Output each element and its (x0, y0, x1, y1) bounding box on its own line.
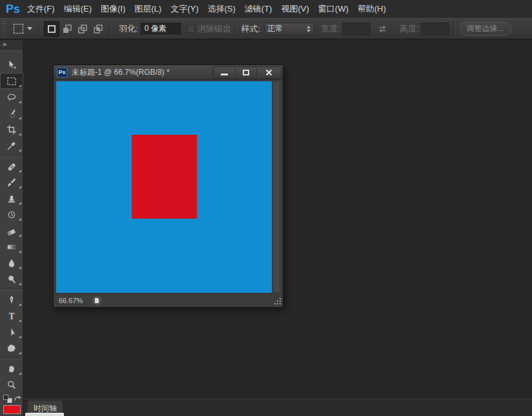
spot-healing-brush-tool-button[interactable] (0, 158, 23, 174)
pen-tool-button[interactable] (0, 292, 23, 308)
document-title: 未标题-1 @ 66.7%(RGB/8) * (72, 67, 170, 78)
timeline-panel: 时间轴 (24, 399, 532, 416)
menu-edit[interactable]: 编辑(E) (61, 0, 95, 18)
path-selection-tool-button[interactable] (0, 324, 23, 340)
flyout-indicator (19, 170, 21, 172)
style-label: 样式: (241, 23, 261, 35)
foreground-color-swatch[interactable] (3, 405, 21, 414)
tool-group-separator (0, 288, 23, 291)
style-select[interactable]: 正常 (264, 23, 314, 35)
antialias-checkbox[interactable] (187, 25, 195, 33)
flyout-indicator (19, 372, 21, 375)
clone-stamp-icon (6, 193, 17, 204)
swap-colors-icon[interactable] (14, 395, 22, 402)
minimize-icon (221, 74, 228, 75)
menu-filter[interactable]: 滤镜(T) (241, 0, 276, 18)
custom-shape-icon (6, 342, 17, 353)
document-titlebar[interactable]: Ps 未标题-1 @ 66.7%(RGB/8) * (54, 65, 283, 80)
eraser-icon (6, 225, 17, 236)
rectangular-marquee-tool-button[interactable] (0, 73, 23, 89)
refine-edge-button[interactable]: 调整边缘... (460, 22, 511, 35)
width-input[interactable] (342, 23, 371, 35)
history-brush-tool-button[interactable] (0, 206, 23, 223)
svg-text:T: T (8, 311, 14, 321)
menu-file[interactable]: 文件(F) (24, 0, 58, 18)
hand-tool-button[interactable] (0, 361, 23, 377)
red-rectangle-shape (132, 135, 197, 219)
menu-type[interactable]: 文字(Y) (167, 0, 201, 18)
feather-input[interactable] (141, 23, 181, 35)
default-colors-icon[interactable] (3, 395, 8, 400)
flyout-indicator (19, 335, 21, 338)
gradient-tool-button[interactable] (0, 239, 23, 255)
document-window: Ps 未标题-1 @ 66.7%(RGB/8) * 66.67% (53, 64, 283, 308)
timeline-create-button-partial[interactable] (25, 413, 64, 416)
eraser-tool-button[interactable] (0, 223, 23, 239)
document-statusbar: 66.67% (54, 293, 283, 307)
menu-select[interactable]: 选择(S) (205, 0, 239, 18)
crop-icon (6, 124, 17, 135)
crop-tool-button[interactable] (0, 121, 23, 137)
brush-icon (6, 177, 17, 188)
menu-view[interactable]: 视图(V) (278, 0, 312, 18)
flyout-indicator (19, 186, 21, 188)
brush-tool-button[interactable] (0, 174, 23, 190)
tool-preset-button[interactable] (11, 21, 35, 37)
maximize-icon (243, 70, 249, 75)
menu-help[interactable]: 帮助(H) (354, 0, 389, 18)
intersect-selection-button[interactable] (90, 21, 106, 37)
zoom-level[interactable]: 66.67% (59, 297, 83, 304)
vertical-scrollbar[interactable] (272, 81, 280, 293)
document-ps-icon: Ps (57, 68, 67, 77)
flyout-indicator (19, 319, 21, 322)
tool-group-separator (0, 357, 23, 360)
status-info-button[interactable] (92, 295, 102, 306)
menu-image[interactable]: 图像(I) (97, 0, 128, 18)
quick-selection-tool-button[interactable] (0, 105, 23, 121)
type-icon: T (6, 310, 17, 321)
height-label: 高度: (400, 23, 419, 35)
resize-grip-icon[interactable] (272, 297, 281, 306)
tools-panel: » (0, 40, 23, 416)
minimize-button[interactable] (214, 67, 235, 78)
chevron-down-icon (27, 27, 32, 30)
collapse-panel-icon[interactable]: » (0, 40, 23, 50)
flyout-indicator (19, 202, 21, 204)
window-controls (213, 66, 281, 79)
history-brush-icon (6, 209, 17, 220)
flyout-indicator (19, 282, 21, 285)
document-page-icon (94, 297, 99, 304)
type-tool-button[interactable]: T (0, 308, 23, 324)
dodge-icon (6, 273, 17, 284)
flyout-indicator (19, 149, 21, 152)
eyedropper-tool-button[interactable] (0, 137, 23, 154)
photoshop-logo: Ps (0, 3, 23, 16)
height-input[interactable] (421, 23, 449, 35)
custom-shape-tool-button[interactable] (0, 340, 23, 356)
swap-dimensions-icon[interactable] (377, 25, 388, 34)
subtract-from-selection-button[interactable] (75, 21, 90, 37)
flyout-indicator (19, 234, 21, 237)
new-selection-button[interactable] (44, 21, 59, 37)
close-button[interactable] (256, 67, 281, 78)
tool-group-separator (0, 154, 23, 157)
zoom-tool-button[interactable] (0, 377, 23, 393)
flyout-indicator (19, 117, 21, 119)
antialias-label: 消除锯齿 (198, 23, 231, 35)
color-controls (0, 393, 23, 404)
add-to-selection-button[interactable] (59, 21, 75, 37)
lasso-tool-button[interactable] (0, 89, 23, 105)
dodge-tool-button[interactable] (0, 271, 23, 287)
maximize-button[interactable] (235, 67, 256, 78)
width-label: 宽度: (321, 23, 340, 35)
feather-label: 羽化: (119, 23, 138, 35)
blur-tool-button[interactable] (0, 255, 23, 271)
flyout-indicator (19, 133, 21, 135)
document-canvas[interactable] (56, 81, 272, 293)
clone-stamp-tool-button[interactable] (0, 190, 23, 206)
menu-window[interactable]: 窗口(W) (315, 0, 352, 18)
flyout-indicator (19, 266, 21, 269)
panel-grip (0, 50, 23, 54)
menu-layer[interactable]: 图层(L) (131, 0, 165, 18)
move-tool-button[interactable] (0, 57, 23, 73)
